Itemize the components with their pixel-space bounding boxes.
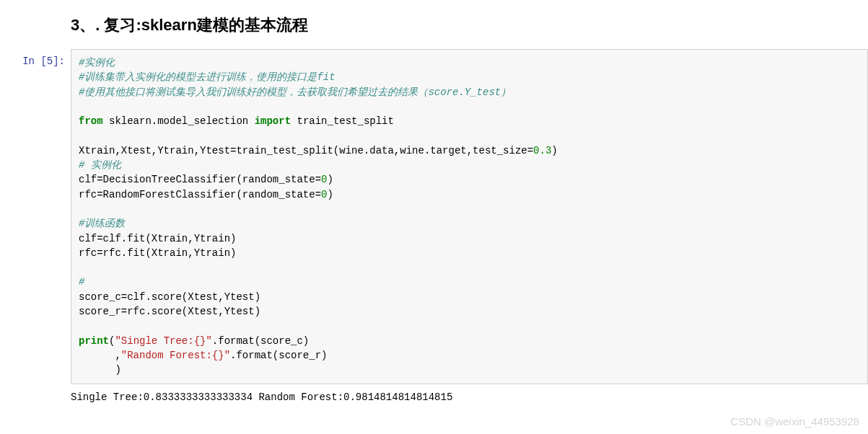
code-comment: #实例化 (79, 57, 115, 68)
output-cell: Single Tree:0.8333333333333334 Random Fo… (0, 391, 868, 403)
code-cell: In [5]: #实例化 #训练集带入实例化的模型去进行训练，使用的接口是fit… (0, 49, 868, 384)
code-text: .format(score_c) (212, 335, 309, 347)
code-text: rfc=rfc.fit(Xtrain,Ytrain) (79, 247, 236, 259)
code-keyword: print (79, 335, 109, 347)
code-input-area[interactable]: #实例化 #训练集带入实例化的模型去进行训练，使用的接口是fit #使用其他接口… (71, 49, 868, 384)
code-text: ) (79, 364, 121, 376)
code-string: "Single Tree:{}" (115, 335, 211, 347)
code-text: .format(score_r) (230, 350, 327, 361)
code-keyword: from (79, 115, 103, 127)
section-heading: 3、. 复习:sklearn建模的基本流程 (71, 14, 868, 36)
notebook-container: 3、. 复习:sklearn建模的基本流程 In [5]: #实例化 #训练集带… (0, 0, 868, 403)
code-text: ) (327, 174, 333, 185)
code-text: score_r=rfc.score(Xtest,Ytest) (79, 306, 260, 317)
code-string: "Random Forest:{}" (121, 350, 230, 361)
code-comment: # (79, 276, 84, 288)
code-text: clf=clf.fit(Xtrain,Ytrain) (79, 233, 236, 244)
code-text: sklearn.model_selection (103, 115, 255, 127)
prompt-label: In [5]: (22, 56, 65, 67)
output-prompt-spacer (0, 391, 71, 403)
code-comment: #使用其他接口将测试集导入我们训练好的模型，去获取我们希望过去的结果（score… (79, 87, 511, 98)
heading-row: 3、. 复习:sklearn建模的基本流程 (0, 0, 868, 49)
code-comment: #训练集带入实例化的模型去进行训练，使用的接口是fit (79, 71, 336, 83)
code-comment: #训练函数 (79, 218, 125, 229)
code-text: clf=DecisionTreeClassifier(random_state= (79, 174, 321, 185)
code-text: score_c=clf.score(Xtest,Ytest) (79, 291, 260, 303)
code-text: train_test_split (291, 115, 394, 127)
code-text: ) (327, 189, 333, 200)
input-prompt: In [5]: (0, 49, 71, 67)
stdout-output: Single Tree:0.8333333333333334 Random Fo… (71, 391, 452, 403)
code-number: 0.3 (533, 145, 551, 156)
code-comment: # 实例化 (79, 159, 121, 171)
code-keyword: import (255, 115, 291, 127)
code-text: rfc=RandomForestClassifier(random_state= (79, 189, 321, 200)
code-text: , (79, 350, 121, 361)
code-text: Xtrain,Xtest,Ytrain,Ytest=train_test_spl… (79, 145, 533, 156)
code-text: ) (551, 145, 557, 156)
